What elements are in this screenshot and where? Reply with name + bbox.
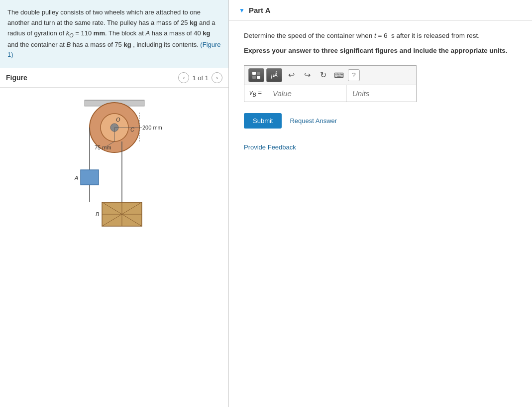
input-label: vB = bbox=[244, 89, 267, 98]
figure-page-indicator: 1 of 1 bbox=[192, 74, 209, 82]
part-header: ▼ Part A bbox=[229, 0, 532, 21]
input-row: vB = bbox=[244, 85, 416, 102]
question-line2: Express your answer to three significant… bbox=[244, 46, 517, 56]
svg-text:C: C bbox=[130, 127, 134, 133]
provide-feedback-link[interactable]: Provide Feedback bbox=[244, 143, 517, 151]
action-row: Submit Request Answer bbox=[244, 113, 517, 129]
question-line1: Determine the speed of the container whe… bbox=[244, 31, 517, 41]
part-title: Part A bbox=[249, 6, 271, 14]
answer-box: μÅ ↩ ↪ ↻ ⌨ ? vB = bbox=[244, 65, 417, 102]
svg-rect-15 bbox=[81, 170, 99, 185]
redo-button[interactable]: ↪ bbox=[300, 68, 314, 82]
figure-next-button[interactable]: › bbox=[212, 72, 222, 83]
problem-description: The double pulley consists of two wheels… bbox=[0, 0, 228, 68]
answer-toolbar: μÅ ↩ ↪ ↻ ⌨ ? bbox=[244, 66, 416, 85]
symbol-button[interactable]: μÅ bbox=[266, 68, 282, 82]
keyboard-button[interactable]: ⌨ bbox=[332, 68, 346, 82]
figure-content[interactable]: O 200 mm 75 mm C A bbox=[0, 88, 228, 407]
undo-button[interactable]: ↩ bbox=[284, 68, 298, 82]
svg-rect-28 bbox=[257, 76, 260, 79]
right-panel: ▼ Part A Determine the speed of the cont… bbox=[229, 0, 532, 407]
refresh-button[interactable]: ↻ bbox=[316, 68, 330, 82]
figure-header: Figure ‹ 1 of 1 › bbox=[0, 68, 228, 88]
part-content: Determine the speed of the container whe… bbox=[229, 21, 532, 161]
request-answer-link[interactable]: Request Answer bbox=[290, 117, 337, 125]
submit-button[interactable]: Submit bbox=[244, 113, 282, 129]
figure-title: Figure bbox=[6, 74, 27, 82]
value-input[interactable] bbox=[267, 85, 346, 102]
svg-rect-27 bbox=[252, 76, 256, 79]
svg-text:A: A bbox=[74, 175, 78, 181]
svg-text:200 mm: 200 mm bbox=[142, 125, 162, 131]
help-button[interactable]: ? bbox=[348, 69, 360, 81]
svg-text:B: B bbox=[96, 211, 99, 217]
left-panel: The double pulley consists of two wheels… bbox=[0, 0, 229, 407]
svg-text:O: O bbox=[116, 117, 120, 123]
collapse-arrow-icon[interactable]: ▼ bbox=[239, 7, 245, 14]
svg-rect-26 bbox=[257, 72, 260, 75]
figure-link[interactable]: (Figure 1) bbox=[7, 41, 221, 59]
svg-rect-25 bbox=[252, 72, 256, 75]
fraction-button[interactable] bbox=[248, 68, 264, 82]
units-input[interactable] bbox=[346, 85, 416, 102]
figure-nav: ‹ 1 of 1 › bbox=[178, 72, 222, 83]
figure-prev-button[interactable]: ‹ bbox=[178, 72, 189, 83]
figure-section: Figure ‹ 1 of 1 › bbox=[0, 68, 228, 407]
svg-text:75 mm: 75 mm bbox=[95, 144, 111, 150]
figure-svg: O 200 mm 75 mm C A bbox=[5, 93, 223, 227]
